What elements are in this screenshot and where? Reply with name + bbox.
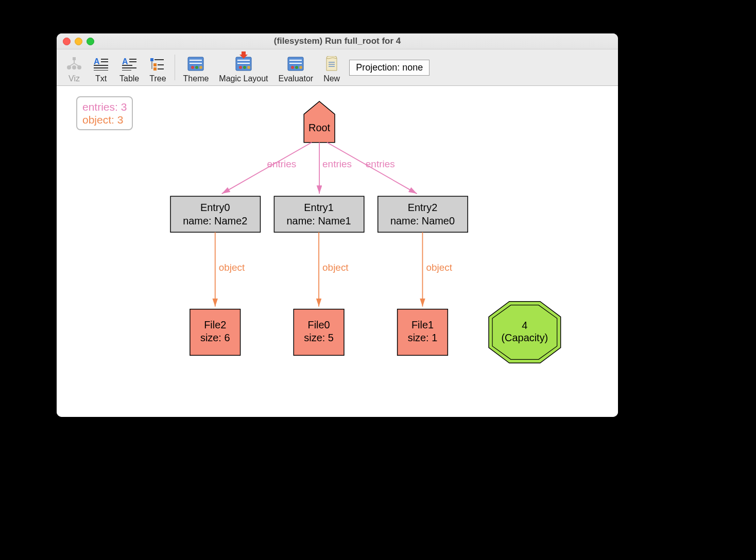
zoom-icon[interactable] — [87, 38, 94, 45]
entry2-node[interactable]: Entry2 name: Name0 — [378, 196, 468, 232]
svg-text:A: A — [122, 57, 128, 66]
table-icon: A — [121, 56, 138, 72]
magic-layout-icon — [235, 56, 252, 72]
txt-label: Txt — [95, 74, 107, 83]
svg-point-44 — [299, 66, 302, 69]
file1-size: size: 1 — [408, 332, 438, 343]
theme-label: Theme — [183, 74, 209, 83]
edge-label-object-0: object — [219, 262, 245, 273]
svg-point-30 — [195, 66, 198, 69]
svg-point-6 — [77, 65, 81, 69]
entry0-node[interactable]: Entry0 name: Name2 — [170, 196, 260, 232]
new-button[interactable]: New — [318, 51, 345, 83]
projection-selector[interactable]: Projection: none — [349, 60, 429, 76]
magic-layout-label: Magic Layout — [219, 74, 268, 83]
file0-size: size: 5 — [304, 332, 334, 343]
svg-point-43 — [295, 66, 298, 69]
projection-label: Projection: none — [356, 62, 423, 73]
window-title: (filesystem) Run full_root for 4 — [57, 36, 618, 46]
entry1-id: Entry1 — [304, 202, 334, 213]
capacity-value: 4 — [522, 320, 527, 331]
tree-button[interactable]: Tree — [144, 51, 171, 83]
svg-point-4 — [67, 65, 71, 69]
entry1-node[interactable]: Entry1 name: Name1 — [274, 196, 364, 232]
tree-label: Tree — [149, 74, 166, 83]
toolbar-separator — [175, 55, 175, 80]
file2-node[interactable]: File2 size: 6 — [190, 309, 240, 356]
entry2-name: name: Name0 — [390, 215, 455, 226]
svg-point-5 — [72, 65, 76, 69]
evaluator-label: Evaluator — [279, 74, 314, 83]
entry0-name: name: Name2 — [183, 215, 247, 226]
minimize-icon[interactable] — [75, 38, 82, 45]
svg-point-42 — [291, 66, 294, 69]
new-label: New — [323, 74, 340, 83]
app-window: (filesystem) Run full_root for 4 Viz — [57, 33, 618, 417]
svg-marker-38 — [239, 51, 248, 59]
graph-diagram: Root entries entries entries Entry0 name… — [57, 86, 618, 417]
edge-label-object-2: object — [426, 262, 452, 273]
toolbar: Viz A Txt A — [57, 49, 618, 86]
edge-label-object-1: object — [322, 262, 349, 273]
entry1-name: name: Name1 — [287, 215, 351, 226]
svg-point-36 — [243, 66, 246, 69]
txt-icon: A — [93, 56, 109, 72]
root-label: Root — [308, 122, 331, 133]
file2-size: size: 6 — [200, 332, 230, 343]
file2-id: File2 — [204, 319, 226, 330]
new-icon — [323, 56, 340, 72]
file0-id: File0 — [308, 319, 330, 330]
viz-button[interactable]: Viz — [61, 51, 88, 83]
theme-icon — [187, 56, 204, 72]
svg-rect-19 — [150, 58, 153, 61]
table-button[interactable]: A Table — [114, 51, 144, 83]
file1-id: File1 — [411, 319, 434, 330]
svg-rect-23 — [153, 67, 157, 71]
visualization-canvas[interactable]: entries: 3 object: 3 Root entries — [57, 86, 618, 417]
viz-icon — [66, 56, 82, 72]
capacity-label: (Capacity) — [501, 332, 548, 343]
theme-button[interactable]: Theme — [178, 51, 214, 83]
file1-node[interactable]: File1 size: 1 — [398, 309, 448, 356]
svg-rect-0 — [73, 57, 76, 60]
evaluator-button[interactable]: Evaluator — [273, 51, 319, 83]
svg-point-37 — [247, 66, 250, 69]
titlebar: (filesystem) Run full_root for 4 — [57, 33, 618, 49]
svg-point-29 — [191, 66, 194, 69]
table-label: Table — [119, 74, 139, 83]
txt-button[interactable]: A Txt — [88, 51, 114, 83]
svg-rect-21 — [153, 63, 157, 66]
viz-label: Viz — [68, 74, 80, 83]
svg-point-31 — [199, 66, 202, 69]
evaluator-icon — [287, 56, 304, 72]
edge-label-entries-1: entries — [322, 159, 352, 169]
entry0-id: Entry0 — [200, 202, 230, 213]
edge-label-entries-0: entries — [267, 159, 296, 169]
tree-icon — [149, 56, 166, 72]
magic-layout-button[interactable]: Magic Layout — [214, 51, 273, 83]
file0-node[interactable]: File0 size: 5 — [294, 309, 344, 356]
edge-label-entries-2: entries — [366, 159, 395, 169]
close-icon[interactable] — [63, 38, 71, 45]
svg-text:A: A — [94, 57, 100, 66]
root-node[interactable]: Root — [304, 101, 335, 143]
capacity-node[interactable]: 4 (Capacity) — [489, 302, 561, 363]
entry2-id: Entry2 — [408, 202, 438, 213]
window-controls — [63, 38, 94, 45]
svg-point-35 — [239, 66, 242, 69]
